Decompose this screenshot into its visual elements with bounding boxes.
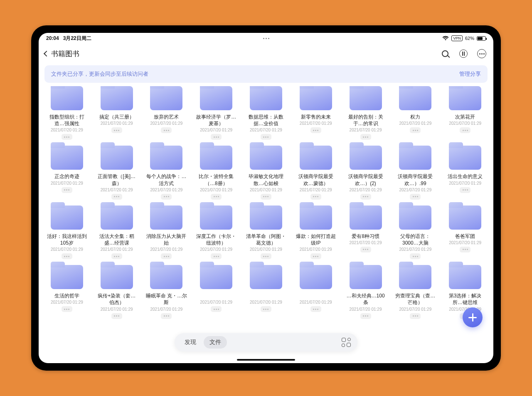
folder-grid-wrap[interactable]: 指数型组织：打造…强属性2021/07/20 01:29搞定（共三册）2021/… bbox=[39, 86, 493, 363]
folder-menu-button[interactable] bbox=[410, 313, 421, 319]
folder-item[interactable]: 权力2021/07/20 01:29 bbox=[393, 86, 438, 140]
home-indicator[interactable] bbox=[237, 359, 295, 361]
add-fab[interactable] bbox=[463, 307, 483, 327]
folder-menu-button[interactable] bbox=[111, 194, 122, 200]
folder-item[interactable]: 2021/07/20 01:29 bbox=[244, 265, 288, 319]
folder-menu-button[interactable] bbox=[62, 253, 72, 259]
folder-item[interactable]: 清单革命（阿图・葛文德）2021/07/20 01:29 bbox=[244, 205, 288, 259]
folder-item[interactable]: 睡眠革命 克・…尔斯2021/07/20 01:29 bbox=[144, 265, 189, 319]
folder-menu-button[interactable] bbox=[460, 187, 470, 193]
folder-item[interactable]: 比尔・波特全集（…8册）2021/07/20 01:29 bbox=[194, 146, 239, 199]
folder-menu-button[interactable] bbox=[410, 194, 421, 200]
folder-item[interactable]: 深度工作（卡尔・纽波特）2021/07/20 01:29 bbox=[194, 205, 239, 259]
folder-item[interactable]: 爆款：如何打造超级IP2021/07/20 01:29 bbox=[293, 205, 338, 259]
folder-date: 2021/07/20 01:29 bbox=[449, 181, 481, 186]
folder-menu-button[interactable] bbox=[62, 187, 72, 193]
folder-item[interactable]: 沃顿商学院最受欢…蒙德）2021/07/20 01:29 bbox=[293, 146, 338, 199]
folder-menu-button[interactable] bbox=[310, 306, 321, 312]
folder-menu-button[interactable] bbox=[261, 194, 271, 200]
folder-menu-button[interactable] bbox=[62, 306, 72, 312]
folder-menu-button[interactable] bbox=[211, 253, 222, 259]
folder-menu-button[interactable] bbox=[360, 313, 371, 319]
folder-item[interactable]: 消除压力从大脑开始2021/07/20 01:29 bbox=[144, 205, 189, 259]
folder-menu-button[interactable] bbox=[261, 253, 271, 259]
more-icon bbox=[477, 49, 486, 58]
folder-item[interactable]: 生活的哲学2021/07/20 01:29 bbox=[44, 265, 89, 319]
folder-name: 放弃的艺术 bbox=[154, 114, 179, 120]
folder-icon bbox=[51, 146, 83, 170]
folder-item[interactable]: 毕淑敏文化地理散…心如梭2021/07/20 01:29 bbox=[244, 146, 288, 199]
folder-menu-button[interactable] bbox=[161, 127, 172, 133]
folder-item[interactable]: …和夫经典…100条2021/07/20 01:29 bbox=[343, 265, 388, 319]
folder-item[interactable]: 正面管教（[美]…森）2021/07/20 01:29 bbox=[94, 146, 139, 199]
folder-menu-button[interactable] bbox=[211, 194, 222, 200]
folder-menu-button[interactable] bbox=[261, 134, 271, 140]
folder-item[interactable]: 活好：我这样活到105岁2021/07/20 01:29 bbox=[44, 205, 89, 259]
folder-item[interactable]: 搞定（共三册）2021/07/20 01:29 bbox=[94, 86, 139, 140]
folder-menu-button[interactable] bbox=[310, 127, 321, 133]
folder-menu-button[interactable] bbox=[161, 253, 172, 259]
folder-item[interactable]: 活法大全集：稻盛…经营课2021/07/20 01:29 bbox=[94, 205, 139, 259]
folder-item[interactable]: 数据思维：从数据…业价值2021/07/20 01:29 bbox=[244, 86, 288, 140]
folder-name: 活好：我这样活到105岁 bbox=[46, 233, 88, 246]
banner-message: 文件夹已分享，更新会同步至后续访问者 bbox=[51, 70, 148, 78]
folder-item[interactable]: 父母的语言：3000…大脑2021/07/20 01:29 bbox=[393, 205, 438, 259]
folder-item[interactable]: 每个人的战争：…活方式2021/07/20 01:29 bbox=[144, 146, 189, 199]
folder-item[interactable]: 指数型组织：打造…强属性2021/07/20 01:29 bbox=[44, 86, 89, 140]
folder-item[interactable]: 2021/07/20 01:29 bbox=[293, 265, 338, 319]
wifi-icon bbox=[442, 36, 449, 41]
folder-menu-button[interactable] bbox=[460, 247, 470, 252]
banner-action[interactable]: 管理分享 bbox=[459, 70, 481, 78]
folder-menu-button[interactable] bbox=[111, 127, 122, 133]
folder-menu-button[interactable] bbox=[111, 313, 122, 319]
folder-icon bbox=[51, 86, 83, 110]
folder-menu-button[interactable] bbox=[310, 253, 321, 259]
folder-item[interactable]: 次第花开2021/07/20 01:29 bbox=[443, 86, 488, 140]
folder-item[interactable]: 故事经济学（罗…麦基）2021/07/20 01:29 bbox=[194, 86, 239, 140]
folder-item[interactable]: 沃顿商学院最受欢…）(2)2021/07/20 01:29 bbox=[343, 146, 388, 199]
folder-menu-button[interactable] bbox=[62, 134, 72, 140]
folder-menu-button[interactable] bbox=[410, 127, 421, 133]
folder-item[interactable]: 正念的奇迹2021/07/20 01:29 bbox=[44, 146, 89, 199]
folder-menu-button[interactable] bbox=[410, 253, 421, 259]
folder-item[interactable]: 沃顿商学院最受欢…）.992021/07/20 01:29 bbox=[393, 146, 438, 199]
folder-item[interactable]: 爸爸军团2021/07/20 01:29 bbox=[443, 205, 488, 259]
page-title: 书籍图书 bbox=[51, 49, 79, 59]
folder-menu-button[interactable] bbox=[161, 313, 172, 319]
folder-item[interactable]: 放弃的艺术2021/07/20 01:29 bbox=[144, 86, 189, 140]
folder-date: 2021/07/20 01:29 bbox=[51, 300, 83, 304]
folder-menu-button[interactable] bbox=[111, 253, 122, 259]
back-button[interactable]: 书籍图书 bbox=[44, 49, 79, 59]
sort-button[interactable] bbox=[458, 48, 469, 59]
folder-date: 2021/07/20 01:29 bbox=[101, 307, 133, 312]
view-apps-button[interactable] bbox=[342, 338, 351, 347]
folder-menu-button[interactable] bbox=[211, 306, 222, 312]
folder-date: 2021/07/20 01:29 bbox=[51, 247, 83, 252]
folder-menu-button[interactable] bbox=[211, 134, 222, 140]
folder-date: 2021/07/20 01:29 bbox=[449, 121, 481, 126]
folder-item[interactable]: 疯传+染装（套…伯杰）2021/07/20 01:29 bbox=[94, 265, 139, 319]
folder-date: 2021/07/20 01:29 bbox=[300, 247, 332, 252]
folder-menu-button[interactable] bbox=[360, 194, 371, 200]
folder-menu-button[interactable] bbox=[161, 194, 172, 200]
folder-item[interactable]: 新零售的未来2021/07/20 01:29 bbox=[293, 86, 338, 140]
search-button[interactable] bbox=[439, 48, 451, 59]
folder-name: 父母的语言：3000…大脑 bbox=[394, 233, 436, 246]
folder-name: 正念的奇迹 bbox=[54, 173, 79, 180]
folder-icon bbox=[449, 265, 481, 289]
folder-item[interactable]: 最好的告别：关于…的常识2021/07/20 01:29 bbox=[343, 86, 388, 140]
folder-item[interactable]: 穷查理宝典（查…芒格）2021/07/20 01:29 bbox=[393, 265, 438, 319]
more-button[interactable] bbox=[476, 48, 488, 59]
folder-item[interactable]: 2021/07/20 01:29 bbox=[194, 265, 239, 319]
folder-menu-button[interactable] bbox=[310, 194, 321, 200]
folder-item[interactable]: 爱有8种习惯2021/07/20 01:29 bbox=[343, 205, 388, 259]
tab-discover[interactable]: 发现 bbox=[179, 336, 202, 349]
tab-files[interactable]: 文件 bbox=[204, 336, 227, 349]
folder-icon bbox=[449, 205, 481, 230]
folder-menu-button[interactable] bbox=[360, 247, 371, 252]
folder-menu-button[interactable] bbox=[360, 134, 371, 140]
folder-menu-button[interactable] bbox=[261, 306, 271, 312]
folder-menu-button[interactable] bbox=[460, 127, 470, 133]
folder-date: 2021/07/20 01:29 bbox=[350, 128, 382, 132]
folder-item[interactable]: 活出生命的意义2021/07/20 01:29 bbox=[443, 146, 488, 199]
